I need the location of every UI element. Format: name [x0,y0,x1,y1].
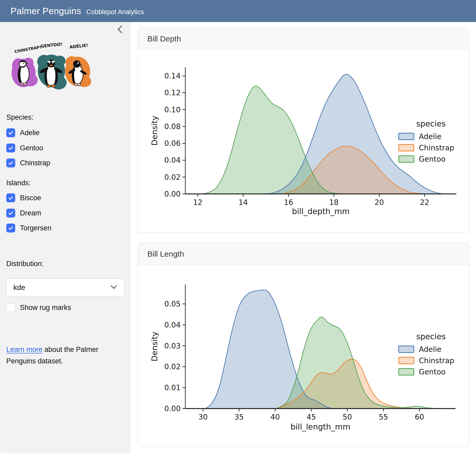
distribution-heading: Distribution: [6,260,44,268]
svg-text:0.12: 0.12 [164,88,181,97]
bill-depth-card-header: Bill Depth [138,28,469,50]
svg-text:55: 55 [379,413,388,421]
svg-text:Density: Density [150,331,159,361]
legend-swatch-Chinstrap [399,357,414,364]
check-icon [6,144,15,152]
svg-text:bill_depth_mm: bill_depth_mm [292,207,350,216]
svg-text:Gentoo: Gentoo [419,368,446,376]
bill-length-kde-chart: 303540455055600.000.010.020.030.040.05bi… [138,265,469,447]
legend: speciesAdelieChinstrapGentoo [399,332,454,376]
bill-length-card: Bill Length 303540455055600.000.010.020.… [138,243,469,447]
legend-swatch-Gentoo [399,156,414,162]
checkbox-island-dream[interactable]: Dream [6,208,41,218]
svg-text:14: 14 [239,198,248,207]
check-icon [6,193,15,202]
card-title: Bill Depth [147,34,181,43]
bill-length-card-header: Bill Length [138,243,469,265]
svg-text:0.06: 0.06 [164,139,181,148]
svg-text:0.00: 0.00 [164,190,181,198]
svg-text:22: 22 [420,198,429,207]
app-title: Palmer Penguins [10,6,81,16]
axes: 1214161820220.000.020.040.060.080.100.12… [150,67,456,216]
svg-text:0.02: 0.02 [164,362,181,371]
artwork-label-chinstrap: CHINSTRAP! [14,45,42,54]
checkbox-label: Biscoe [20,194,41,202]
legend-swatch-Gentoo [399,369,414,375]
svg-text:0.02: 0.02 [164,173,181,182]
islands-heading: Islands: [6,179,31,187]
svg-text:20: 20 [375,198,384,207]
svg-text:45: 45 [307,413,316,421]
check-icon [6,128,15,137]
penguin-artwork: CHINSTRAP! GENTOO! ADÉLIE! [7,37,98,94]
checkbox-species-adelie[interactable]: Adelie [6,128,40,138]
legend: speciesAdelieChinstrapGentoo [399,119,454,163]
svg-text:0.04: 0.04 [164,321,181,329]
svg-text:species: species [416,119,446,128]
sidebar-footer-text: Learn more about the Palmer Penguins dat… [6,344,119,367]
check-icon [6,224,15,232]
svg-text:Adelie: Adelie [419,132,441,141]
bill-depth-card: Bill Depth 1214161820220.000.020.040.060… [138,28,469,233]
bill-depth-kde-chart: 1214161820220.000.020.040.060.080.100.12… [138,50,469,232]
svg-text:60: 60 [415,413,424,421]
svg-text:species: species [416,332,446,341]
checkbox-species-gentoo[interactable]: Gentoo [6,143,43,153]
sidebar: CHINSTRAP! GENTOO! ADÉLIE! Species: Adel… [0,22,130,453]
checkbox-label: Adelie [20,129,40,137]
svg-text:40: 40 [271,413,280,421]
svg-text:0.01: 0.01 [164,383,181,392]
check-icon [6,209,15,218]
chevron-down-icon [110,285,117,290]
svg-text:Adelie: Adelie [419,345,441,354]
app-subtitle: Cobblepot Analytics [86,8,144,16]
svg-text:0.00: 0.00 [164,404,181,413]
svg-text:35: 35 [234,413,244,421]
distribution-select[interactable]: kde [6,279,124,297]
svg-text:bill_length_mm: bill_length_mm [290,422,350,431]
artwork-label-adelie: ADÉLIE! [69,43,88,50]
svg-text:50: 50 [343,413,352,421]
app-header: Palmer Penguins Cobblepot Analytics [0,0,476,22]
svg-text:Gentoo: Gentoo [419,155,446,163]
svg-text:0.04: 0.04 [164,156,181,165]
svg-text:Chinstrap: Chinstrap [419,144,454,152]
distribution-select-value: kde [13,283,110,292]
svg-text:30: 30 [198,413,208,421]
legend-swatch-Adelie [399,346,414,353]
svg-text:16: 16 [284,198,293,207]
checkbox-label: Gentoo [20,144,43,152]
empty-checkbox [6,303,15,312]
legend-swatch-Adelie [399,133,414,140]
learn-more-link[interactable]: Learn more [6,346,42,353]
check-icon [6,158,15,167]
chevron-left-icon [116,31,124,35]
svg-text:12: 12 [193,198,203,207]
svg-text:0.14: 0.14 [164,72,181,80]
checkbox-island-torgersen[interactable]: Torgersen [6,223,51,233]
checkbox-label: Dream [20,209,41,217]
checkbox-show-rug-marks[interactable]: Show rug marks [6,302,71,313]
svg-text:0.05: 0.05 [164,300,181,308]
svg-text:0.03: 0.03 [164,342,181,350]
checkbox-label: Chinstrap [20,159,50,167]
svg-text:18: 18 [329,198,339,207]
svg-text:Density: Density [150,116,159,146]
legend-swatch-Chinstrap [399,145,414,151]
sidebar-collapse-button[interactable] [115,24,125,35]
checkbox-label: Show rug marks [20,304,71,312]
checkbox-island-biscoe[interactable]: Biscoe [6,193,41,203]
checkbox-species-chinstrap[interactable]: Chinstrap [6,158,50,168]
svg-text:0.08: 0.08 [164,122,181,131]
svg-text:Chinstrap: Chinstrap [419,356,454,365]
main-content: Bill Depth 1214161820220.000.020.040.060… [130,22,476,455]
artwork-label-gentoo: GENTOO! [40,41,62,49]
svg-text:0.10: 0.10 [164,105,181,114]
checkbox-label: Torgersen [20,224,51,232]
card-title: Bill Length [147,250,184,258]
species-heading: Species: [6,113,34,121]
